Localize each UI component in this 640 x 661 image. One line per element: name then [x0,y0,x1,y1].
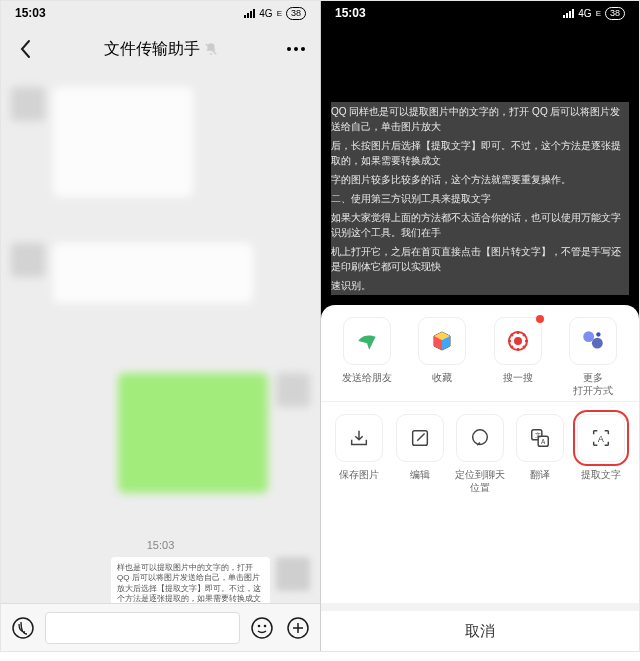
download-icon [335,414,383,462]
mute-icon [204,42,218,56]
svg-text:A: A [598,434,605,444]
chat-title-text: 文件传输助手 [104,39,200,60]
svg-point-15 [473,430,488,445]
cell-label: 编辑 [410,468,430,494]
links-icon [569,317,617,365]
share-icon [343,317,391,365]
cell-more-open[interactable]: 更多 打开方式 [556,317,632,397]
svg-point-4 [13,618,33,638]
cell-search[interactable]: 搜一搜 [480,317,556,397]
cell-locate-chat[interactable]: 定位到聊天 位置 [450,414,510,494]
svg-point-1 [287,47,291,51]
image-viewer[interactable]: QQ 同样也是可以提取图片中的文字的，打开 QQ 后可以将图片发送给自己，单击图… [321,25,639,305]
cell-extract-text[interactable]: A 提取文字 [571,414,631,494]
cell-label: 提取文字 [581,468,621,494]
voice-icon[interactable] [9,614,37,642]
chat-title: 文件传输助手 [104,39,218,60]
status-time: 15:03 [15,6,46,20]
svg-point-5 [252,618,272,638]
chat-timestamp: 15:03 [1,539,320,551]
extract-text-icon: A [577,414,625,462]
chat-input-bar [1,603,320,651]
signal-icon [563,9,574,18]
chat-blurred-content [1,73,320,603]
action-sheet: 发送给朋友 收藏 搜一搜 [321,305,639,651]
cell-translate[interactable]: 文A 翻译 [510,414,570,494]
status-signal-sub: E [277,9,282,18]
battery-icon: 38 [605,7,625,20]
chat-note-bubble[interactable]: 样也是可以提取图片中的文字的，打开 QQ 后可以将图片发送给自己，单击图片放大后… [111,557,270,603]
ocr-line: 字的图片较多比较多的话，这个方法就需要重复操作。 [331,170,629,189]
svg-point-13 [597,332,601,336]
status-network: 4G [578,8,591,19]
cell-label: 定位到聊天 位置 [455,468,505,494]
status-signal-sub: E [596,9,601,18]
star-icon [494,317,542,365]
battery-icon: 38 [286,7,306,20]
cell-label: 发送给朋友 [342,371,392,397]
status-time: 15:03 [335,6,366,20]
svg-text:A: A [541,438,546,445]
svg-point-12 [592,338,603,349]
chat-body[interactable]: 15:03 样也是可以提取图片中的文字的，打开 QQ 后可以将图片发送给自己，单… [1,73,320,603]
ocr-line: QQ 同样也是可以提取图片中的文字的，打开 QQ 后可以将图片发送给自己，单击图… [331,102,629,136]
svg-point-3 [301,47,305,51]
ocr-line: 后，长按图片后选择【提取文字】即可。不过，这个方法是逐张提取的，如果需要转换成文 [331,136,629,170]
chat-icon [456,414,504,462]
back-icon[interactable] [15,39,35,59]
edit-icon [396,414,444,462]
notification-dot [536,315,544,323]
svg-point-2 [294,47,298,51]
ocr-line: 二、使用第三方识别工具来提取文字 [331,189,629,208]
cancel-button[interactable]: 取消 [321,603,639,651]
svg-text:文: 文 [535,431,541,438]
message-input[interactable] [45,612,240,644]
ocr-text-block: QQ 同样也是可以提取图片中的文字的，打开 QQ 后可以将图片发送给自己，单击图… [321,96,639,305]
ocr-line: 速识别。 [331,276,629,295]
cell-label: 更多 打开方式 [573,371,613,397]
more-icon[interactable] [286,39,306,59]
status-network: 4G [259,8,272,19]
status-bar-left: 15:03 4G E 38 [1,1,320,25]
cell-label: 翻译 [530,468,550,494]
svg-point-11 [584,331,595,342]
cell-save-image[interactable]: 保存图片 [329,414,389,494]
ocr-line: 如果大家觉得上面的方法都不太适合你的话，也可以使用万能文字识别这个工具。我们在手 [331,208,629,242]
status-bar-right: 15:03 4G E 38 [321,1,639,25]
plus-icon[interactable] [284,614,312,642]
chat-header: 文件传输助手 [1,25,320,73]
sheet-row-2: 保存图片 编辑 定位到聊天 位置 文A [321,401,639,498]
viewer-pane: 15:03 4G E 38 QQ 同样也是可以提取图片中的文字的，打开 QQ 后… [320,1,639,651]
status-right: 4G E 38 [563,7,625,20]
translate-icon: 文A [516,414,564,462]
cell-send-to-friend[interactable]: 发送给朋友 [329,317,405,397]
svg-point-6 [258,624,261,627]
chat-pane: 15:03 4G E 38 文件传输助手 [1,1,320,651]
cell-favorite[interactable]: 收藏 [405,317,481,397]
ocr-line: 机上打开它，之后在首页直接点击【图片转文字】，不管是手写还是印刷体它都可以实现快 [331,242,629,276]
sheet-row-1: 发送给朋友 收藏 搜一搜 [321,305,639,401]
svg-point-10 [514,337,522,345]
emoji-icon[interactable] [248,614,276,642]
cell-label: 保存图片 [339,468,379,494]
status-right: 4G E 38 [244,7,306,20]
cell-edit[interactable]: 编辑 [389,414,449,494]
signal-icon [244,9,255,18]
cube-icon [418,317,466,365]
cell-label: 搜一搜 [503,371,533,397]
cell-label: 收藏 [432,371,452,397]
svg-point-7 [264,624,267,627]
